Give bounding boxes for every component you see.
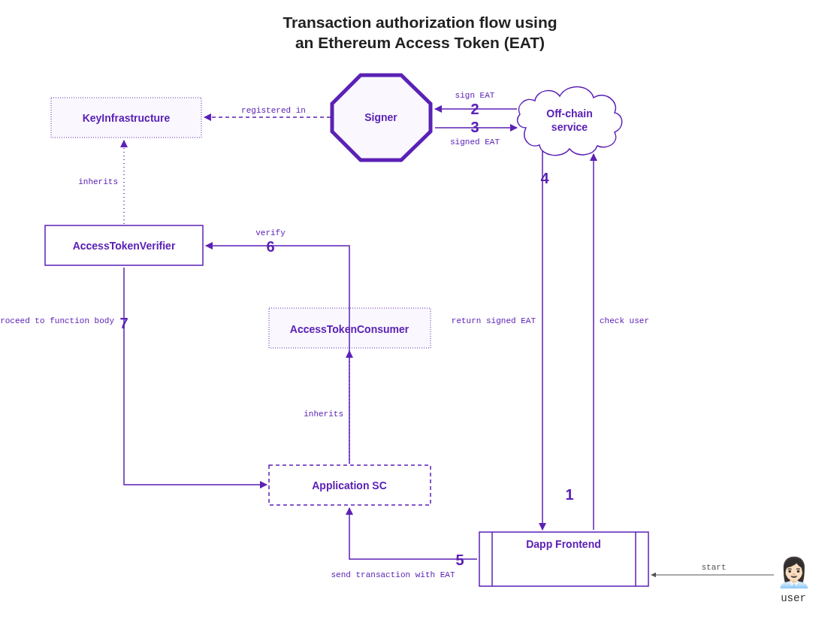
label-proceed: proceed to function body (0, 316, 114, 325)
label-user: user (781, 592, 806, 604)
edge-proceed (124, 268, 267, 485)
step-2: 2 (470, 101, 479, 117)
step-4: 4 (540, 170, 549, 186)
label-signed-eat: signed EAT (450, 138, 500, 147)
step-5: 5 (455, 552, 464, 568)
label-offchain-line1: Off-chain (546, 107, 592, 119)
diagram-canvas: KeyInfrastructure Signer Off-chain servi… (0, 0, 840, 629)
label-registered-in: registered in (241, 106, 306, 115)
label-sign-eat: sign EAT (455, 91, 495, 100)
label-send-tx: send transaction with EAT (331, 570, 455, 579)
label-offchain-line2: service (551, 121, 588, 133)
label-key-infrastructure: KeyInfrastructure (83, 112, 171, 124)
edge-verify (206, 246, 349, 464)
user-icon: 👩🏻‍💼 (776, 555, 812, 590)
step-6: 6 (266, 238, 274, 255)
label-inherits-1: inherits (78, 177, 118, 186)
label-verify: verify (255, 228, 286, 237)
label-return-signed: return signed EAT (452, 316, 536, 325)
label-signer: Signer (364, 111, 397, 123)
label-app-sc: Application SC (312, 479, 387, 491)
label-dapp: Dapp Frontend (526, 538, 601, 550)
label-check-user: check user (600, 316, 649, 325)
step-3: 3 (470, 119, 479, 135)
step-1: 1 (565, 486, 573, 503)
label-atv: AccessTokenVerifier (73, 240, 176, 252)
label-start: start (701, 563, 726, 572)
step-7: 7 (119, 315, 128, 331)
label-inherits-2: inherits (304, 410, 343, 419)
